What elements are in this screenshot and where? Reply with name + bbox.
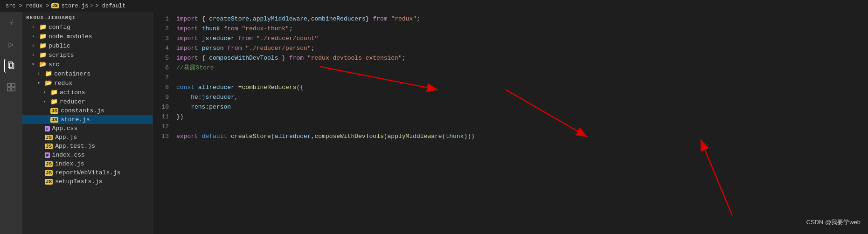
sidebar-item-app-css[interactable]: # App.css [22, 124, 153, 133]
folder-icon-public: 📁 [39, 42, 47, 49]
folder-icon-node-modules: 📁 [39, 33, 47, 40]
sidebar-item-src[interactable]: 📂 src [22, 60, 153, 69]
code-line-7: 7 [153, 73, 868, 83]
sidebar-label-app-js: App.js [55, 134, 153, 141]
code-line-13: 13 export default createStore(allreducer… [153, 131, 868, 141]
svg-rect-2 [7, 83, 11, 87]
sidebar-label-index-css: index.css [52, 151, 153, 158]
sidebar-label-constants-js: constants.js [61, 107, 153, 114]
chevron-config [32, 25, 39, 30]
folder-icon-actions: 📁 [50, 89, 58, 96]
folder-icon-containers: 📁 [45, 70, 52, 77]
sidebar-item-reducer[interactable]: 📁 reducer [22, 97, 153, 106]
js-icon-report: JS [45, 170, 53, 176]
explorer-icon[interactable] [4, 59, 18, 73]
code-content-8: const allreducer =combineReducers({ [176, 83, 868, 92]
code-content-13: export default createStore(allreducer,co… [176, 131, 868, 141]
chevron-redux [37, 80, 45, 86]
breadcrumb-bar: src > redux > JS store.js > > default [0, 0, 868, 12]
code-line-11: 11 }) [153, 112, 868, 122]
sidebar-item-app-js[interactable]: JS App.js [22, 133, 153, 142]
css-icon-index: # [45, 152, 50, 158]
sidebar-item-scripts[interactable]: 📁 scripts [22, 50, 153, 60]
sidebar-item-store-js[interactable]: JS store.js [22, 115, 153, 124]
line-number-11: 11 [153, 112, 176, 122]
code-content-11: }) [176, 112, 868, 122]
breadcrumb-js-icon: JS [51, 3, 59, 8]
svg-rect-5 [12, 88, 15, 91]
sidebar-label-config: config [49, 24, 153, 31]
breadcrumb-after: > default [95, 3, 125, 9]
svg-rect-0 [8, 62, 13, 68]
line-number-8: 8 [153, 83, 176, 92]
code-line-8: 8 const allreducer =combineReducers({ [153, 83, 868, 92]
line-number-7: 7 [153, 73, 176, 83]
code-content-9: he:jsreducer, [176, 92, 868, 102]
js-icon-store: JS [50, 117, 58, 123]
chevron-node-modules [32, 34, 39, 39]
sidebar-label-index-js: index.js [55, 160, 153, 167]
line-number-12: 12 [153, 122, 176, 131]
svg-rect-1 [9, 63, 14, 69]
code-content-3: import jsreducer from "./reducer/count" [176, 34, 868, 43]
sidebar-item-redux[interactable]: 📂 redux [22, 78, 153, 88]
line-number-3: 3 [153, 34, 176, 43]
chevron-actions [43, 90, 50, 95]
line-number-2: 2 [153, 24, 176, 34]
sidebar-label-store-js: store.js [61, 116, 153, 123]
activity-bar: ⑂ ▷ [0, 12, 22, 234]
folder-icon-reducer: 📁 [50, 98, 58, 105]
svg-rect-3 [12, 83, 15, 87]
line-number-9: 9 [153, 92, 176, 102]
code-line-2: 2 import thunk from "redux-thunk"; [153, 24, 868, 34]
sidebar-item-constants-js[interactable]: JS constants.js [22, 106, 153, 115]
line-number-5: 5 [153, 53, 176, 63]
sidebar-label-app-css: App.css [52, 125, 153, 132]
sidebar-root-label: REDUX-JISUANQI [26, 15, 76, 21]
chevron-containers [37, 71, 45, 76]
code-content-2: import thunk from "redux-thunk"; [176, 24, 868, 34]
chevron-reducer [43, 99, 50, 104]
sidebar-item-actions[interactable]: 📁 actions [22, 88, 153, 97]
source-control-icon[interactable]: ⑂ [4, 16, 18, 30]
extensions-icon[interactable] [4, 80, 18, 94]
js-icon-constants: JS [50, 108, 58, 114]
line-number-6: 6 [153, 63, 176, 73]
sidebar-item-index-js[interactable]: JS index.js [22, 159, 153, 168]
sidebar-item-config[interactable]: 📁 config [22, 22, 153, 32]
folder-icon-src: 📂 [39, 61, 47, 68]
breadcrumb-file: store.js [62, 3, 89, 9]
folder-icon-config: 📁 [39, 23, 47, 31]
sidebar-label-public: public [49, 42, 153, 49]
sidebar-item-containers[interactable]: 📁 containers [22, 69, 153, 78]
sidebar-item-index-css[interactable]: # index.css [22, 151, 153, 159]
code-container[interactable]: 1 import { createStore,applyMiddleware,c… [153, 12, 868, 234]
js-icon-setup: JS [45, 179, 53, 185]
sidebar-label-reducer: reducer [60, 98, 153, 105]
sidebar-root[interactable]: REDUX-JISUANQI [22, 14, 153, 22]
folder-icon-redux: 📂 [45, 79, 52, 87]
chevron-src [32, 62, 39, 67]
code-line-6: 6 //暴露Store [153, 63, 868, 73]
editor-area: 1 import { createStore,applyMiddleware,c… [153, 12, 868, 234]
code-content-12 [176, 122, 868, 131]
sidebar: REDUX-JISUANQI 📁 config 📁 node_modules 📁… [22, 12, 153, 234]
sidebar-item-app-test-js[interactable]: JS App.test.js [22, 142, 153, 151]
sidebar-item-report-web-vitals[interactable]: JS reportWebVitals.js [22, 168, 153, 177]
code-content-5: import { composeWithDevTools } from "red… [176, 53, 868, 63]
sidebar-label-redux: redux [54, 80, 153, 87]
watermark: CSDN @我要学web [806, 218, 861, 227]
run-icon[interactable]: ▷ [4, 37, 18, 51]
sidebar-label-src: src [49, 61, 153, 68]
js-icon-app: JS [45, 135, 53, 140]
sidebar-item-public[interactable]: 📁 public [22, 41, 153, 50]
sidebar-item-setup-tests[interactable]: JS setupTests.js [22, 177, 153, 186]
code-content-4: import person from "./reducer/person"; [176, 43, 868, 53]
folder-icon-scripts: 📁 [39, 51, 47, 59]
code-line-5: 5 import { composeWithDevTools } from "r… [153, 53, 868, 63]
sidebar-item-node-modules[interactable]: 📁 node_modules [22, 32, 153, 41]
sidebar-label-setuptests-js: setupTests.js [55, 178, 153, 185]
line-number-1: 1 [153, 14, 176, 24]
code-content-7 [176, 73, 868, 83]
code-line-3: 3 import jsreducer from "./reducer/count… [153, 34, 868, 43]
